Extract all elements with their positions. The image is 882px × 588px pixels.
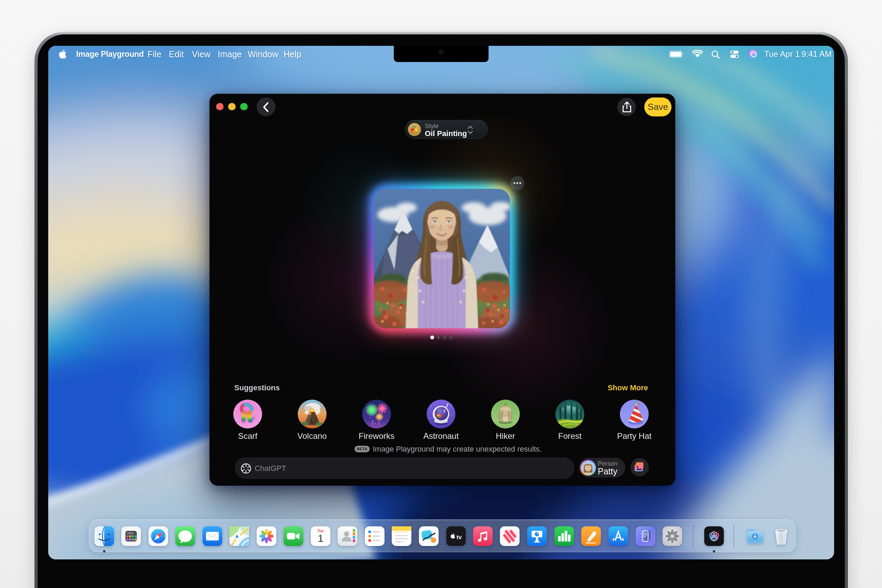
svg-text:1: 1 xyxy=(318,532,324,544)
svg-text:tv: tv xyxy=(456,534,462,540)
